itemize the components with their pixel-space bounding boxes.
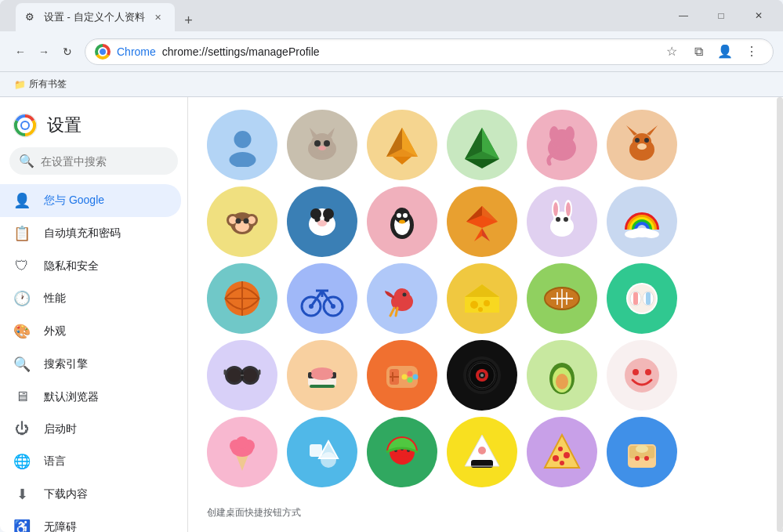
- avatar-pink-elephant[interactable]: [527, 110, 597, 180]
- appearance-icon: 🎨: [13, 323, 31, 340]
- avatar-paper-crane[interactable]: [447, 186, 517, 257]
- avatar-bird[interactable]: [367, 263, 437, 334]
- svg-point-46: [317, 220, 327, 226]
- svg-point-159: [636, 445, 648, 453]
- address-bar: ← → ↻ Chrome ☆ ⧉ 👤 ⋮: [0, 31, 783, 72]
- minimize-button[interactable]: —: [665, 3, 701, 28]
- svg-point-29: [637, 143, 647, 150]
- svg-point-10: [314, 140, 321, 147]
- avatar-penguin[interactable]: [367, 186, 437, 257]
- address-input[interactable]: [162, 45, 654, 58]
- svg-marker-55: [474, 228, 482, 241]
- tab-favicon: ⚙: [25, 11, 38, 24]
- sidebar-item-default-browser[interactable]: 🖥 默认浏览器: [0, 381, 181, 413]
- sidebar-item-autofill[interactable]: 📋 自动填充和密码: [0, 217, 181, 250]
- avatar-orange-fox[interactable]: [607, 110, 677, 180]
- svg-rect-100: [646, 292, 651, 305]
- avatar-basketball[interactable]: [207, 263, 277, 334]
- avatar-cat[interactable]: [287, 110, 357, 180]
- avatar-glasses[interactable]: [207, 340, 277, 411]
- all-bookmarks-item[interactable]: 📁 所有书签: [9, 76, 71, 92]
- avatar-toast[interactable]: [607, 417, 677, 487]
- folder-icon: 📁: [14, 79, 26, 90]
- avatar-shapes[interactable]: [287, 417, 357, 487]
- tab-close-button[interactable]: ✕: [151, 10, 165, 24]
- sidebar-item-privacy[interactable]: 🛡 隐私和安全: [0, 250, 181, 282]
- search-box[interactable]: 🔍: [9, 147, 178, 175]
- search-wrap: 🔍: [0, 147, 187, 184]
- svg-point-52: [399, 220, 405, 224]
- svg-point-86: [470, 301, 478, 309]
- avatar-panda[interactable]: [287, 186, 357, 257]
- profile-button[interactable]: 👤: [713, 40, 737, 63]
- back-button[interactable]: ←: [9, 41, 31, 63]
- menu-button[interactable]: ⋮: [740, 40, 763, 63]
- svg-point-35: [229, 216, 237, 224]
- avatar-bicycle[interactable]: [287, 263, 357, 334]
- avatar-bunny[interactable]: [527, 186, 597, 257]
- chrome-settings-logo: [13, 113, 38, 138]
- bookmark-button[interactable]: ☆: [660, 40, 683, 63]
- avatar-sushi-plate[interactable]: [607, 263, 677, 334]
- avatar-watermelon[interactable]: [367, 417, 437, 487]
- svg-point-88: [478, 307, 483, 312]
- privacy-icon: 🛡: [13, 258, 31, 274]
- address-icons: ☆ ⧉ 👤 ⋮: [660, 40, 763, 63]
- split-screen-button[interactable]: ⧉: [687, 40, 710, 63]
- sidebar-label-privacy: 隐私和安全: [44, 259, 99, 273]
- bookmarks-bar: 📁 所有书签: [0, 72, 783, 97]
- avatar-smile[interactable]: [607, 340, 677, 411]
- svg-point-82: [394, 288, 410, 302]
- avatar-icecream[interactable]: [207, 417, 277, 487]
- avatar-vinyl[interactable]: [447, 340, 517, 411]
- sidebar-item-google[interactable]: 👤 您与 Google: [0, 184, 181, 217]
- avatar-cheese[interactable]: [447, 263, 517, 334]
- close-button[interactable]: ✕: [741, 3, 777, 28]
- svg-point-36: [248, 216, 256, 224]
- forward-button[interactable]: →: [33, 41, 55, 63]
- sidebar-item-performance[interactable]: 🕐 性能: [0, 282, 181, 315]
- reload-button[interactable]: ↻: [56, 41, 78, 63]
- search-input[interactable]: [41, 155, 178, 168]
- avatar-monkey[interactable]: [207, 186, 277, 257]
- avatar-pizza[interactable]: [527, 417, 597, 487]
- svg-point-160: [635, 456, 640, 461]
- window-buttons: — □ ✕: [665, 3, 777, 28]
- svg-point-39: [244, 219, 249, 224]
- new-tab-button[interactable]: +: [178, 9, 200, 31]
- avatar-sushi[interactable]: [287, 340, 357, 411]
- avatar-game[interactable]: [367, 340, 437, 411]
- default-browser-icon: 🖥: [13, 389, 31, 405]
- svg-marker-9: [327, 128, 335, 137]
- address-bar-input-wrap[interactable]: Chrome ☆ ⧉ 👤 ⋮: [85, 38, 774, 65]
- main-scrollbar[interactable]: [777, 97, 783, 532]
- avatar-avocado[interactable]: [527, 340, 597, 411]
- sidebar-item-search[interactable]: 🔍 搜索引擎: [0, 348, 181, 381]
- sidebar-item-startup[interactable]: ⏻ 启动时: [0, 413, 181, 445]
- svg-marker-8: [310, 128, 317, 137]
- browser-window: ⚙ 设置 - 自定义个人资料 ✕ + — □ ✕ ← → ↻ Chrome ☆ …: [0, 0, 783, 532]
- svg-point-155: [560, 461, 564, 465]
- sidebar-item-language[interactable]: 🌐 语言: [0, 445, 181, 478]
- sidebar-label-default-browser: 默认浏览器: [44, 390, 99, 404]
- avatar-green-origami[interactable]: [447, 110, 517, 180]
- avatar-fox-origami[interactable]: [367, 110, 437, 180]
- svg-point-65: [564, 217, 568, 222]
- settings-tab[interactable]: ⚙ 设置 - 自定义个人资料 ✕: [16, 3, 175, 31]
- sidebar-item-download[interactable]: ⬇ 下载内容: [0, 478, 181, 511]
- svg-point-79: [309, 304, 314, 309]
- sidebar-item-appearance[interactable]: 🎨 外观: [0, 315, 181, 348]
- avatar-football[interactable]: [527, 263, 597, 334]
- svg-point-138: [236, 436, 248, 449]
- maximize-button[interactable]: □: [703, 3, 739, 28]
- avatar-onigiri[interactable]: [447, 417, 517, 487]
- settings-title: 设置: [47, 114, 82, 137]
- avatar-rainbow[interactable]: [607, 186, 677, 257]
- svg-point-68: [625, 230, 640, 238]
- sidebar-item-accessibility[interactable]: ♿ 无障碍: [0, 511, 181, 532]
- svg-point-103: [227, 368, 241, 382]
- performance-icon: 🕐: [13, 290, 31, 307]
- svg-point-50: [397, 213, 401, 218]
- avatar-blue-user[interactable]: [207, 110, 277, 180]
- svg-point-30: [635, 138, 640, 143]
